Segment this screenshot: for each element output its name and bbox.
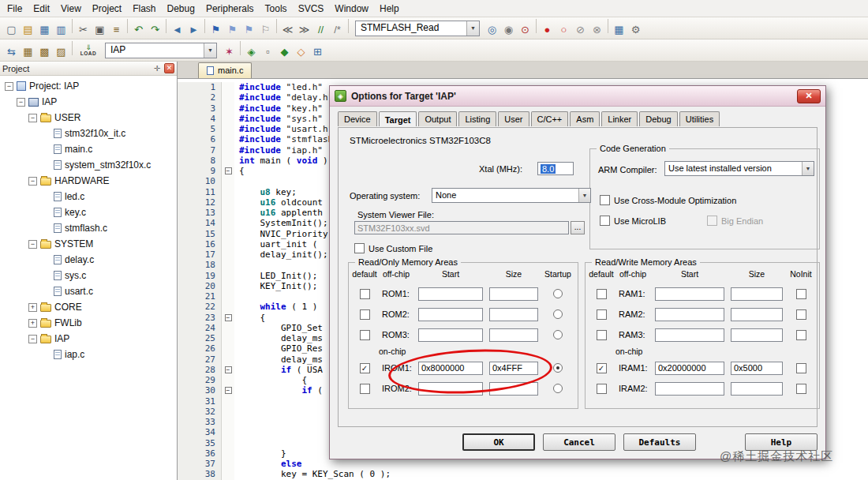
menu-help[interactable]: Help — [374, 2, 405, 16]
noinit-checkbox[interactable] — [796, 289, 806, 299]
menu-file[interactable]: File — [2, 2, 28, 16]
default-checkbox[interactable]: ✓ — [360, 363, 370, 373]
default-checkbox[interactable] — [597, 289, 607, 299]
tree-item-project-iap[interactable]: −Project: IAP — [0, 78, 177, 94]
menu-flash[interactable]: Flash — [127, 2, 161, 16]
dialog-tab-asm[interactable]: Asm — [570, 111, 600, 126]
panel-close-icon[interactable]: ✕ — [164, 63, 174, 73]
tree-item-key-c[interactable]: key.c — [0, 204, 177, 220]
collapse-icon[interactable]: − — [5, 82, 13, 91]
start-field[interactable] — [655, 382, 724, 396]
default-checkbox[interactable] — [360, 289, 370, 299]
menu-peripherals[interactable]: Peripherals — [200, 2, 260, 16]
expand-icon[interactable]: + — [28, 319, 37, 328]
noinit-checkbox[interactable] — [796, 309, 806, 320]
defaults-button[interactable]: Defaults — [623, 433, 696, 451]
fold-collapse-icon[interactable]: − — [225, 314, 232, 321]
size-field[interactable] — [731, 382, 783, 396]
microlib-checkbox[interactable] — [600, 216, 610, 226]
uncomment-icon[interactable]: /* — [329, 21, 346, 37]
clear-bookmarks-icon[interactable]: ⚐ — [257, 21, 274, 37]
operating-system-select[interactable]: None ▼ — [432, 188, 591, 203]
collapse-icon[interactable]: − — [17, 98, 25, 107]
target-select-combobox[interactable]: IAP ▼ — [105, 43, 217, 58]
start-field[interactable] — [418, 287, 483, 301]
tree-item-iap[interactable]: −IAP — [0, 94, 177, 110]
chevron-down-icon[interactable]: ▼ — [204, 43, 216, 58]
dialog-tab-linker[interactable]: Linker — [601, 111, 638, 126]
collapse-icon[interactable]: − — [28, 240, 37, 249]
dialog-tab-c-c[interactable]: C/C++ — [531, 111, 569, 126]
tree-item-stmflash-c[interactable]: stmflash.c — [0, 220, 177, 236]
cut-icon[interactable]: ✂ — [75, 21, 92, 37]
expand-icon[interactable]: + — [28, 303, 37, 312]
bookmark-icon[interactable]: ⚑ — [208, 21, 224, 37]
tree-item-iap[interactable]: −IAP — [0, 331, 177, 347]
translate-file-icon[interactable]: ⇆ — [3, 43, 20, 59]
rebuild-icon[interactable]: ▩ — [36, 43, 53, 59]
use-custom-file-checkbox[interactable] — [354, 243, 365, 253]
fold-collapse-icon[interactable]: − — [225, 167, 232, 174]
new-file-icon[interactable]: ▢ — [3, 21, 20, 37]
size-field[interactable] — [489, 328, 538, 342]
menu-edit[interactable]: Edit — [28, 2, 55, 16]
cross-module-checkbox[interactable] — [600, 195, 610, 205]
indent-icon[interactable]: ≫ — [296, 21, 312, 37]
dialog-close-button[interactable]: ✕ — [797, 89, 821, 103]
batch-build-icon[interactable]: ▨ — [53, 43, 69, 59]
cancel-button[interactable]: Cancel — [543, 433, 615, 451]
default-checkbox[interactable]: ✓ — [597, 363, 607, 373]
tab-main-c[interactable]: main.c — [198, 62, 252, 78]
start-field[interactable] — [655, 287, 724, 301]
kill-breakpoints-icon[interactable]: ⊗ — [589, 21, 605, 37]
size-field[interactable]: 0x4FFF — [489, 362, 538, 375]
options-for-target-icon[interactable]: ✶ — [221, 43, 238, 59]
manage-components-icon[interactable]: ◆ — [276, 43, 293, 59]
default-checkbox[interactable] — [360, 384, 370, 394]
size-field[interactable] — [489, 382, 538, 396]
noinit-checkbox[interactable] — [796, 330, 806, 340]
start-field[interactable] — [418, 382, 483, 396]
dialog-tab-user[interactable]: User — [498, 111, 529, 126]
start-field[interactable] — [418, 308, 483, 321]
size-field[interactable]: 0x5000 — [731, 362, 783, 375]
select-software-packs-icon[interactable]: ◇ — [293, 43, 309, 59]
xtal-input[interactable]: 8.0 — [537, 162, 574, 175]
tree-item-user[interactable]: −USER — [0, 110, 177, 126]
start-field[interactable] — [655, 308, 724, 321]
startup-radio[interactable] — [553, 330, 563, 339]
collapse-icon[interactable]: − — [28, 114, 37, 122]
tree-item-main-c[interactable]: main.c — [0, 141, 177, 157]
tree-item-fwlib[interactable]: +FWLib — [0, 315, 177, 331]
save-icon[interactable]: ▦ — [36, 21, 53, 37]
redo-icon[interactable]: ↷ — [147, 21, 163, 37]
find-in-files-icon[interactable]: ◎ — [484, 21, 500, 37]
comment-icon[interactable]: // — [312, 21, 329, 37]
menu-svcs[interactable]: SVCS — [293, 2, 330, 16]
nav-back-icon[interactable]: ◄ — [169, 21, 185, 37]
chevron-down-icon[interactable]: ▼ — [578, 189, 590, 202]
tree-item-sys-c[interactable]: sys.c — [0, 268, 177, 283]
system-viewer-file-input[interactable]: STM32F103xx.svd — [354, 221, 569, 234]
default-checkbox[interactable] — [360, 309, 370, 320]
copy-icon[interactable]: ▣ — [92, 21, 108, 37]
disable-breakpoints-icon[interactable]: ⊘ — [572, 21, 589, 37]
default-checkbox[interactable] — [597, 309, 607, 320]
tree-item-led-c[interactable]: led.c — [0, 189, 177, 204]
menu-tools[interactable]: Tools — [260, 2, 293, 16]
menu-view[interactable]: View — [55, 2, 87, 16]
dialog-tab-target[interactable]: Target — [379, 111, 417, 126]
noinit-checkbox[interactable] — [796, 363, 806, 373]
next-bookmark-icon[interactable]: ⚑ — [241, 21, 257, 37]
dialog-tab-debug[interactable]: Debug — [639, 111, 677, 126]
breakpoint-icon[interactable]: ● — [539, 21, 556, 37]
start-field[interactable] — [655, 328, 724, 342]
ok-button[interactable]: OK — [462, 433, 535, 451]
prev-bookmark-icon[interactable]: ⚑ — [224, 21, 241, 37]
startup-radio[interactable] — [553, 309, 563, 319]
undo-icon[interactable]: ↶ — [130, 21, 147, 37]
fold-collapse-icon[interactable]: − — [225, 366, 232, 373]
collapse-icon[interactable]: − — [28, 335, 37, 343]
menu-project[interactable]: Project — [87, 2, 127, 16]
startup-radio[interactable] — [553, 384, 563, 393]
